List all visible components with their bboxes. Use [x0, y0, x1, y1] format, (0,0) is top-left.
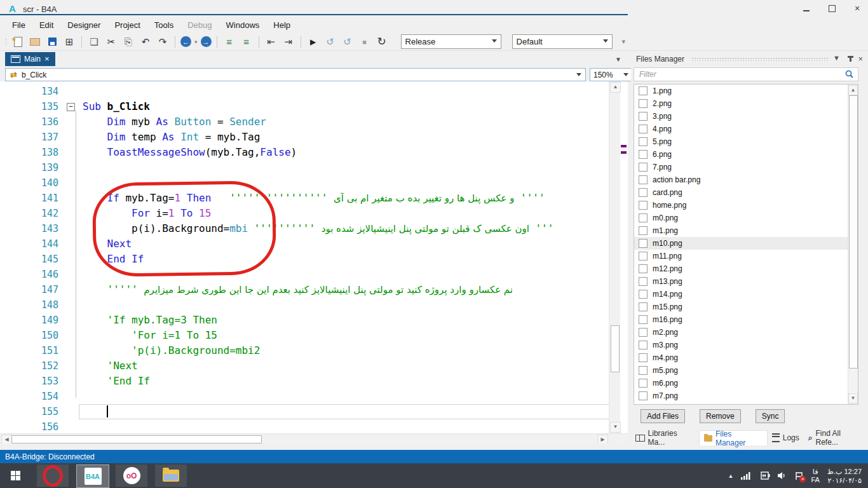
- fold-collapse-icon[interactable]: −: [67, 103, 75, 111]
- taskbar-clock[interactable]: 12:27 ب.ظ ۲۰۱۶/۰۴/۰۵: [827, 467, 862, 485]
- step-into-icon[interactable]: ↺: [323, 35, 337, 49]
- file-item[interactable]: m0.png: [634, 212, 858, 224]
- file-checkbox[interactable]: [639, 277, 648, 286]
- file-item[interactable]: 2.png: [634, 97, 858, 110]
- copy-icon[interactable]: ❏: [87, 35, 101, 49]
- file-item[interactable]: m11.png: [634, 250, 858, 262]
- start-button[interactable]: [0, 463, 31, 488]
- code-line-136[interactable]: 136 Dim myb As Button = Sender: [0, 114, 609, 130]
- shift-left-icon[interactable]: ⇤: [264, 35, 278, 49]
- volume-icon[interactable]: [778, 471, 787, 480]
- file-item[interactable]: m2.png: [634, 326, 858, 339]
- editor-horizontal-scrollbar[interactable]: ◀ ▶: [0, 433, 628, 444]
- code-line-149[interactable]: 149 'If myb.Tag=3 Then: [0, 313, 609, 328]
- code-line-152[interactable]: 152 'Next: [0, 358, 609, 374]
- code-line-138[interactable]: 138 ToastMessageShow(myb.Tag,False): [0, 145, 609, 160]
- network-signal-icon[interactable]: [741, 472, 751, 480]
- scroll-right-icon[interactable]: ▶: [597, 435, 608, 444]
- file-checkbox[interactable]: [639, 175, 648, 184]
- redo-icon[interactable]: ↷: [156, 35, 170, 49]
- code-line-134[interactable]: 134: [0, 84, 609, 99]
- code-line-153[interactable]: 153 'End If: [0, 374, 609, 389]
- file-checkbox[interactable]: [639, 290, 648, 299]
- close-button[interactable]: ×: [851, 3, 863, 14]
- file-item[interactable]: 3.png: [634, 110, 858, 123]
- file-checkbox[interactable]: [639, 366, 648, 375]
- code-line-142[interactable]: 142 For i=1 To 15: [0, 206, 609, 221]
- file-checkbox[interactable]: [639, 252, 648, 261]
- sync-button[interactable]: Sync: [756, 409, 785, 423]
- file-checkbox[interactable]: [639, 341, 648, 349]
- file-checkbox[interactable]: [639, 99, 648, 108]
- uncomment-icon[interactable]: ≡: [240, 35, 254, 49]
- language-indicator[interactable]: فا FA: [811, 468, 819, 484]
- undo-icon[interactable]: ↶: [139, 35, 153, 49]
- maximize-button[interactable]: [826, 3, 837, 14]
- code-line-135[interactable]: 135−Sub b_Click: [0, 99, 609, 114]
- code-line-137[interactable]: 137 Dim temp As Int = myb.Tag: [0, 130, 609, 145]
- release-mode-select[interactable]: Release: [401, 34, 501, 49]
- code-line-145[interactable]: 145 End If: [0, 252, 609, 267]
- file-checkbox[interactable]: [639, 137, 648, 146]
- file-item[interactable]: card.png: [634, 186, 858, 199]
- file-item[interactable]: 5.png: [634, 135, 858, 148]
- scroll-left-icon[interactable]: ◀: [1, 435, 12, 444]
- code-line-150[interactable]: 150 'For i=1 To 15: [0, 328, 609, 343]
- file-checkbox[interactable]: [639, 163, 648, 172]
- file-item[interactable]: m15.png: [634, 301, 858, 313]
- taskbar-file-explorer-button[interactable]: [155, 464, 187, 487]
- panel-grip[interactable]: [691, 57, 828, 61]
- file-checkbox[interactable]: [639, 112, 648, 121]
- tab-close-icon[interactable]: ×: [44, 56, 50, 62]
- file-checkbox[interactable]: [639, 150, 648, 159]
- file-item[interactable]: m7.png: [634, 390, 858, 402]
- file-checkbox[interactable]: [639, 86, 648, 95]
- cut-icon[interactable]: ✂: [104, 35, 118, 49]
- code-line-156[interactable]: 156: [0, 419, 609, 435]
- rebuild-icon[interactable]: ↻: [375, 35, 389, 49]
- file-checkbox[interactable]: [639, 188, 648, 197]
- toolbar-grip[interactable]: ⋮: [3, 37, 8, 46]
- remove-button[interactable]: Remove: [700, 409, 741, 423]
- new-project-icon[interactable]: *: [11, 35, 25, 49]
- file-checkbox[interactable]: [639, 214, 648, 222]
- battery-icon[interactable]: [759, 471, 770, 480]
- taskbar-oo-app-button[interactable]: oO: [116, 464, 147, 487]
- shift-right-icon[interactable]: ⇥: [281, 35, 295, 49]
- scroll-up-icon[interactable]: ▲: [848, 85, 858, 95]
- panel-menu-caret-icon[interactable]: ▼: [833, 54, 840, 62]
- back-history-caret-icon[interactable]: ▾: [194, 39, 198, 45]
- pin-icon[interactable]: [850, 55, 851, 63]
- package-icon[interactable]: ⊞: [62, 35, 76, 49]
- panel-tab-logs[interactable]: Logs: [768, 430, 804, 445]
- file-checkbox[interactable]: [639, 264, 648, 273]
- file-item[interactable]: action bar.png: [634, 173, 858, 186]
- save-icon[interactable]: [45, 35, 59, 49]
- open-project-icon[interactable]: [28, 35, 42, 49]
- menu-tools[interactable]: Tools: [147, 18, 180, 33]
- file-item[interactable]: m6.png: [634, 377, 858, 390]
- menu-windows[interactable]: Windows: [219, 18, 267, 33]
- menu-help[interactable]: Help: [266, 18, 297, 33]
- step-over-icon[interactable]: ↺: [341, 35, 355, 49]
- file-item[interactable]: home.png: [634, 199, 858, 212]
- files-list[interactable]: 1.png2.png3.png4.png5.png6.png7.pngactio…: [634, 84, 858, 405]
- code-line-151[interactable]: 151 'p(i).Background=mbi2: [0, 343, 609, 358]
- filter-input[interactable]: Filter: [634, 67, 858, 81]
- file-item[interactable]: 7.png: [634, 161, 858, 173]
- file-checkbox[interactable]: [639, 125, 648, 133]
- vertical-scroll-thumb[interactable]: [611, 325, 620, 372]
- file-checkbox[interactable]: [639, 328, 648, 337]
- file-item[interactable]: 1.png: [634, 85, 858, 97]
- action-center-flag-icon[interactable]: ×: [795, 471, 803, 480]
- sub-navigation-select[interactable]: ⇄ b_Click: [5, 68, 586, 81]
- panel-close-icon[interactable]: ×: [858, 54, 863, 64]
- file-checkbox[interactable]: [639, 239, 648, 248]
- taskbar-opera-button[interactable]: [37, 464, 69, 487]
- file-checkbox[interactable]: [639, 379, 648, 388]
- menu-project[interactable]: Project: [107, 18, 147, 33]
- menu-edit[interactable]: Edit: [32, 18, 60, 33]
- code-editor[interactable]: 134135−Sub b_Click136 Dim myb As Button …: [0, 81, 628, 444]
- file-checkbox[interactable]: [639, 353, 648, 362]
- stop-icon[interactable]: ■: [358, 35, 372, 49]
